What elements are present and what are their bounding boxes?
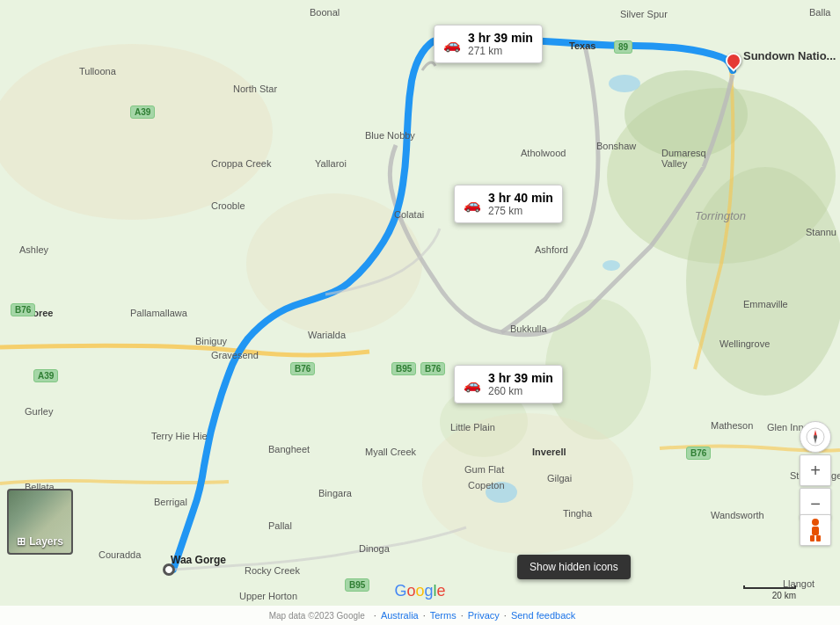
pegman-icon — [807, 518, 824, 542]
route1-dist: 271 km — [468, 45, 533, 57]
car-icon-1: 🚗 — [443, 36, 461, 53]
car-icon-2: 🚗 — [464, 196, 481, 213]
map-background — [0, 0, 840, 625]
route-box-1[interactable]: 🚗 3 hr 39 min 271 km — [434, 25, 543, 63]
scale-bar: 20 km — [743, 585, 796, 600]
destination-label: Sundown Natio... — [743, 49, 836, 62]
layers-label: ⊞ Layers — [17, 535, 63, 548]
separator3: · — [461, 610, 464, 621]
layers-icon: ⊞ — [17, 535, 26, 548]
zoom-in-button[interactable]: + — [800, 454, 831, 486]
route-box-3[interactable]: 🚗 3 hr 39 min 260 km — [454, 365, 563, 403]
pegman-button[interactable] — [800, 514, 831, 546]
svg-rect-17 — [812, 527, 819, 535]
svg-rect-19 — [816, 535, 821, 541]
separator4: · — [504, 610, 507, 621]
privacy-link[interactable]: Privacy — [468, 610, 500, 621]
scale-line — [743, 585, 796, 589]
separator1: · — [374, 610, 376, 621]
map-copyright: Map data ©2023 Google — [269, 611, 365, 621]
australia-link[interactable]: Australia — [381, 610, 419, 621]
layers-button[interactable]: ⊞ Layers — [7, 489, 73, 555]
destination-pin — [722, 49, 744, 71]
scale-label: 20 km — [772, 591, 796, 600]
route3-time: 3 hr 39 min — [488, 371, 553, 385]
send-feedback-link[interactable]: Send feedback — [511, 610, 575, 621]
route2-time: 3 hr 40 min — [488, 191, 553, 205]
route2-dist: 275 km — [488, 205, 553, 217]
svg-rect-18 — [810, 535, 814, 541]
origin-label: Waa Gorge — [171, 554, 226, 566]
destination-marker[interactable]: Sundown Natio... — [726, 53, 741, 69]
show-hidden-icons-button[interactable]: Show hidden icons — [517, 555, 631, 579]
car-icon-3: 🚗 — [464, 376, 481, 393]
google-logo: Google — [394, 582, 445, 600]
map-container: 🚗 3 hr 39 min 271 km 🚗 3 hr 40 min 275 k… — [0, 0, 840, 625]
terms-link[interactable]: Terms — [430, 610, 457, 621]
route-box-2[interactable]: 🚗 3 hr 40 min 275 km — [454, 185, 563, 223]
layers-text: Layers — [29, 535, 63, 548]
route3-dist: 260 km — [488, 385, 553, 397]
separator2: · — [423, 610, 426, 621]
compass-button[interactable] — [800, 421, 831, 453]
bottom-bar: Map data ©2023 Google · Australia · Term… — [0, 606, 840, 625]
svg-point-16 — [812, 519, 819, 526]
svg-point-15 — [814, 435, 817, 439]
map-controls: + − — [800, 421, 831, 520]
route1-time: 3 hr 39 min — [468, 31, 533, 45]
